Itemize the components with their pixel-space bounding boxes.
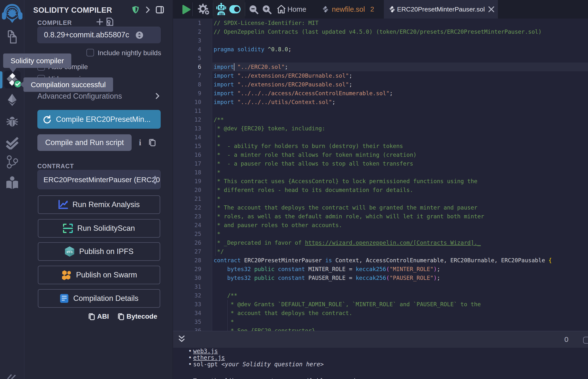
add-compiler-icon[interactable] [96, 18, 103, 25]
line-number: 16 [173, 150, 201, 159]
run-solidityscan-button[interactable]: Run SolidityScan [38, 219, 160, 237]
line-number: 21 [173, 194, 201, 203]
code-line: // OpenZeppelin Contracts (last updated … [212, 27, 588, 36]
scan-icon [63, 224, 73, 233]
include-nightly-checkbox[interactable] [86, 49, 94, 56]
code-line: /** [212, 115, 588, 124]
line-number: 12 [173, 115, 201, 124]
terminal-listen-checkbox[interactable] [583, 337, 588, 344]
deploy-and-run-icon[interactable] [0, 93, 24, 107]
compilation-details-button[interactable]: Compilation Details [38, 289, 160, 308]
line-number: 13 [173, 124, 201, 133]
learneth-icon[interactable] [0, 176, 24, 190]
code-line: * @dev Grants `DEFAULT_ADMIN_ROLE`, `MIN… [212, 300, 588, 309]
code-line: */ [212, 247, 588, 256]
code-line: pragma solidity ^0.8.0; [212, 45, 588, 54]
plugin-partial-icon[interactable] [0, 372, 24, 379]
code-editor[interactable]: 1234567891011121314151617181920212223242… [173, 18, 588, 331]
git-icon[interactable] [0, 155, 24, 169]
code-line: import "../extensions/ERC20Burnable.sol"… [212, 71, 588, 80]
line-number: 15 [173, 142, 201, 150]
editor-toolbar: Home newfile.sol 2 ERC20PresetMinterPaus… [173, 0, 588, 18]
expand-terminal-icon[interactable] [178, 335, 185, 343]
zoom-out-icon[interactable] [249, 5, 259, 15]
line-number: 29 [173, 265, 201, 273]
file-explorer-icon[interactable] [0, 30, 24, 44]
load-compiler-file-icon[interactable] [106, 17, 113, 26]
ai-assistant-robot-icon[interactable] [216, 3, 227, 16]
active-plugin-indicator [0, 71, 2, 88]
advanced-configurations[interactable]: Advanced Configurations [37, 92, 122, 101]
shield-icon[interactable] [132, 6, 139, 14]
include-nightly-label[interactable]: Include nightly builds [98, 49, 161, 57]
terminal-list-item[interactable]: •web3.js [193, 348, 218, 355]
publish-swarm-button[interactable]: Publish on Swarm [38, 266, 160, 284]
contract-select[interactable]: ERC20PresetMinterPauser (ERC20 [37, 170, 161, 189]
svg-text:IPFS: IPFS [67, 251, 73, 253]
code-line: import "../ERC20.sol"; [212, 63, 588, 71]
terminal-list-item: •sol-gpt <your Solidity question here> [193, 361, 324, 368]
code-line: bytes32 public constant PAUSER_ROLE = ke… [212, 273, 588, 282]
details-icon [60, 294, 69, 303]
line-number: 26 [173, 238, 201, 247]
compile-button[interactable]: Compile ERC20PresetMin... [37, 110, 161, 129]
line-number: 28 [173, 256, 201, 265]
swarm-icon [61, 270, 72, 280]
line-number: 36 [173, 326, 201, 331]
line-number: 11 [173, 107, 201, 115]
compiler-settings-icon[interactable] [198, 3, 210, 15]
terminal-hint: Type the library name to see available c… [193, 378, 363, 379]
line-number: 2 [173, 27, 201, 36]
line-number: 20 [173, 186, 201, 194]
code-line: // SPDX-License-Identifier: MIT [212, 18, 588, 27]
code-line: * - a pauser role that allows to stop al… [212, 159, 588, 168]
contract-section-label: CONTRACT [37, 163, 74, 170]
compile-and-run-button[interactable]: Compile and Run script [37, 134, 132, 151]
publish-ipfs-button[interactable]: IPFS Publish on IPFS [38, 242, 160, 261]
indent-guide [215, 124, 216, 256]
zoom-in-icon[interactable] [262, 5, 272, 15]
line-number: 32 [173, 291, 201, 300]
line-number: 35 [173, 317, 201, 326]
tooltip-solidity-compiler: Solidity compiler [3, 53, 71, 68]
copy-bytecode-button[interactable]: Bytecode [118, 313, 157, 320]
tab-home[interactable]: Home [287, 0, 306, 18]
terminal-list-item[interactable]: •ethers.js [193, 355, 225, 361]
text-cursor [234, 63, 234, 71]
copy-abi-button[interactable]: ABI [88, 313, 109, 320]
debugger-icon[interactable] [0, 115, 24, 128]
run-script-play-icon[interactable] [182, 5, 190, 14]
line-number: 31 [173, 282, 201, 291]
code-line: * different roles - head to its document… [212, 186, 588, 194]
code-line: contract ERC20PresetMinterPauser is Cont… [212, 256, 588, 265]
code-line: * See {ERC20-constructor}. [212, 326, 588, 331]
code-line: * account that deploys the contract. [212, 309, 588, 317]
tab-newfile[interactable]: newfile.sol 2 [323, 0, 374, 18]
indent-guide [227, 300, 228, 331]
tab-erc20presetminterpauser[interactable]: ERC20PresetMinterPauser.sol [384, 0, 498, 18]
code-line: * [212, 168, 588, 177]
line-number: 18 [173, 168, 201, 177]
code-line: * and pauser roles to other accounts. [212, 221, 588, 230]
tab-newfile-badge: 2 [370, 5, 374, 13]
advanced-chevron-icon[interactable] [155, 93, 159, 99]
code-line: * This contract uses {AccessControl} to … [212, 177, 588, 186]
remix-logo-icon[interactable] [0, 3, 24, 24]
compiler-section-label: COMPILER [37, 19, 72, 26]
home-icon[interactable] [277, 5, 286, 14]
close-tab-icon[interactable] [488, 6, 495, 13]
line-number: 5 [173, 54, 201, 63]
compiler-version-select[interactable]: 0.8.29+commit.ab55807c [37, 27, 161, 43]
code-line [212, 282, 588, 291]
panel-layout-icon[interactable] [156, 6, 164, 14]
terminal-panel: 0 •web3.js•ethers.js•sol-gpt <your Solid… [173, 331, 588, 379]
info-icon[interactable]: i [139, 138, 141, 147]
line-number: 22 [173, 203, 201, 212]
chevron-right-icon[interactable] [146, 6, 150, 13]
ai-toggle[interactable] [229, 5, 241, 14]
unit-testing-icon[interactable] [0, 136, 24, 149]
line-number: 27 [173, 247, 201, 256]
line-number: 33 [173, 300, 201, 309]
run-remix-analysis-button[interactable]: Run Remix Analysis [38, 195, 160, 214]
copy-script-icon[interactable] [149, 139, 155, 146]
